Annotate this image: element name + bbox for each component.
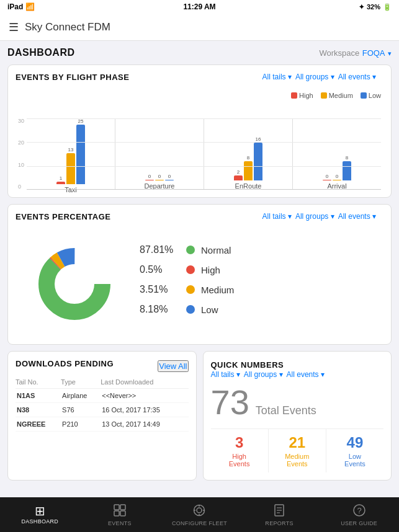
ebfp-tails-filter[interactable]: All tails ▾ <box>262 73 292 81</box>
enroute-bars: 2 8 16 <box>234 118 262 180</box>
dep-medium-bar-col: 0 <box>155 174 164 180</box>
tab-bar: ⊞ DASHBOARD EVENTS CONFIGURE FLEET <box>0 497 399 532</box>
ebfp-events-filter[interactable]: All events ▾ <box>338 73 376 81</box>
legend-high: High <box>291 92 313 99</box>
events-percentage-card: EVENTS PERCENTAGE All tails ▾ All groups… <box>7 204 392 345</box>
table-row: N38S7616 Oct, 2017 17:35 <box>16 403 189 417</box>
dl-cell-type: Airplane <box>61 389 101 403</box>
medium-circle <box>186 285 195 294</box>
ep-tails-filter[interactable]: All tails ▾ <box>262 212 292 221</box>
arr-low-label: 8 <box>346 155 348 161</box>
qn-filters: All tails ▾ All groups ▾ All events ▾ <box>211 370 384 379</box>
taxi-high-bar-col: 1 <box>56 175 65 184</box>
wifi-icon: 📶 <box>25 2 35 11</box>
dl-col-type: Type <box>61 378 101 389</box>
en-low-bar-col: 16 <box>254 136 262 181</box>
high-circle <box>186 265 195 274</box>
event-num: 3 <box>213 434 266 451</box>
ebfp-filters: All tails ▾ All groups ▾ All events ▾ <box>262 73 376 81</box>
device-label: iPad <box>7 2 23 11</box>
downloads-pending-card: DOWNLOADS PENDING View All Tail No. Type… <box>7 351 197 481</box>
bluetooth-icon: ✦ <box>359 3 364 11</box>
low-pct: 8.18% <box>140 304 180 315</box>
arr-low-bar <box>343 161 351 180</box>
tab-configure-fleet-label: CONFIGURE FLEET <box>172 520 227 526</box>
ep-events-filter[interactable]: All events ▾ <box>338 212 376 221</box>
ep-groups-filter[interactable]: All groups ▾ <box>295 212 334 221</box>
legend-high-entry: 0.5% High <box>140 264 377 275</box>
events-breakdown-row: 3HighEvents21MediumEvents49LowEvents <box>211 428 384 472</box>
bar-group-taxi: 1 13 25 <box>27 118 115 190</box>
view-all-button[interactable]: View All <box>158 360 188 372</box>
dashboard-header: DASHBOARD Workspace FOQA ▾ <box>7 47 392 58</box>
normal-name: Normal <box>201 245 231 255</box>
ebfp-groups-filter[interactable]: All groups ▾ <box>295 73 334 81</box>
legend-medium-dot <box>321 92 327 99</box>
ebfp-legend: High Medium Low <box>18 92 381 99</box>
chart-inner: 1 13 25 <box>27 118 381 190</box>
ebfp-card-header: EVENTS BY FLIGHT PHASE All tails ▾ All g… <box>16 73 383 87</box>
app-title: Sky Connect FDM <box>25 21 110 33</box>
taxi-low-label: 25 <box>78 118 84 124</box>
dl-title: DOWNLOADS PENDING <box>16 359 114 368</box>
high-name: High <box>201 265 220 275</box>
tab-configure-fleet[interactable]: CONFIGURE FLEET <box>159 497 240 532</box>
y-label-0: 0 <box>18 184 24 190</box>
bar-groups-row: 1 13 25 <box>27 118 381 190</box>
dep-low-label: 0 <box>168 174 171 179</box>
arr-high-label: 0 <box>326 174 328 179</box>
tab-reports[interactable]: REPORTS <box>240 497 320 532</box>
tab-reports-icon <box>272 503 286 519</box>
dep-high-label: 0 <box>148 174 151 179</box>
status-bar-right: ✦ 32% 🔋 <box>359 3 392 11</box>
tab-dashboard[interactable]: ⊞ DASHBOARD <box>0 497 80 532</box>
legend-low: Low <box>361 92 381 99</box>
qn-events-filter[interactable]: All events ▾ <box>287 370 325 379</box>
bar-group-departure: 0 0 0 <box>115 118 204 190</box>
departure-label: Departure <box>145 180 175 190</box>
arrival-label: Arrival <box>327 180 346 190</box>
ebfp-chart-area: High Medium Low 0 10 20 30 <box>16 92 383 190</box>
tab-reports-label: REPORTS <box>265 520 293 526</box>
ep-title: EVENTS PERCENTAGE <box>16 212 110 221</box>
event-num: 49 <box>329 434 381 451</box>
legend-medium-label: Medium <box>329 92 353 99</box>
dl-cell-type: S76 <box>61 403 101 417</box>
legend-high-dot <box>291 92 297 99</box>
legend-low-entry: 8.18% Low <box>140 304 377 315</box>
taxi-high-label: 1 <box>60 175 62 181</box>
menu-icon[interactable]: ☰ <box>9 20 19 34</box>
svg-rect-2 <box>114 511 119 516</box>
ep-card-header: EVENTS PERCENTAGE All tails ▾ All groups… <box>16 212 383 226</box>
bottom-two-col: DOWNLOADS PENDING View All Tail No. Type… <box>7 351 392 487</box>
workspace-dropdown-icon[interactable]: ▾ <box>388 50 392 57</box>
qn-groups-filter[interactable]: All groups ▾ <box>244 370 283 379</box>
legend-normal: 87.81% Normal <box>140 244 377 255</box>
y-label-20: 20 <box>18 140 24 146</box>
taxi-medium-bar-col: 13 <box>66 147 75 184</box>
en-medium-bar-col: 8 <box>244 155 253 180</box>
svg-point-4 <box>197 508 202 513</box>
taxi-low-bar-col: 25 <box>76 118 85 184</box>
dep-medium-label: 0 <box>158 174 161 179</box>
bar-group-arrival: 0 0 8 <box>293 118 381 190</box>
en-medium-bar <box>244 161 253 180</box>
en-high-label: 2 <box>237 169 240 175</box>
taxi-label: Taxi <box>65 184 77 193</box>
tab-events[interactable]: EVENTS <box>80 497 160 532</box>
qn-tails-filter[interactable]: All tails ▾ <box>211 370 240 379</box>
en-low-label: 16 <box>256 136 261 142</box>
legend-low-dot <box>361 92 367 99</box>
high-pct: 0.5% <box>140 264 180 275</box>
tab-user-guide[interactable]: ? USER GUIDE <box>319 497 399 532</box>
dl-cell-tail: N1AS <box>16 389 61 403</box>
dep-high-bar-col: 0 <box>145 174 154 180</box>
ep-filters: All tails ▾ All groups ▾ All events ▾ <box>262 212 376 221</box>
dl-table-header-row: Tail No. Type Last Downloaded <box>16 378 189 389</box>
total-label: Total Events <box>256 404 316 417</box>
battery-label: 32% <box>367 3 380 11</box>
workspace-label: Workspace <box>319 48 359 58</box>
dl-cell-lastDownloaded: <<Never>> <box>101 389 188 403</box>
total-events-row: 73 Total Events <box>211 385 384 420</box>
workspace-value[interactable]: FOQA <box>362 48 385 58</box>
